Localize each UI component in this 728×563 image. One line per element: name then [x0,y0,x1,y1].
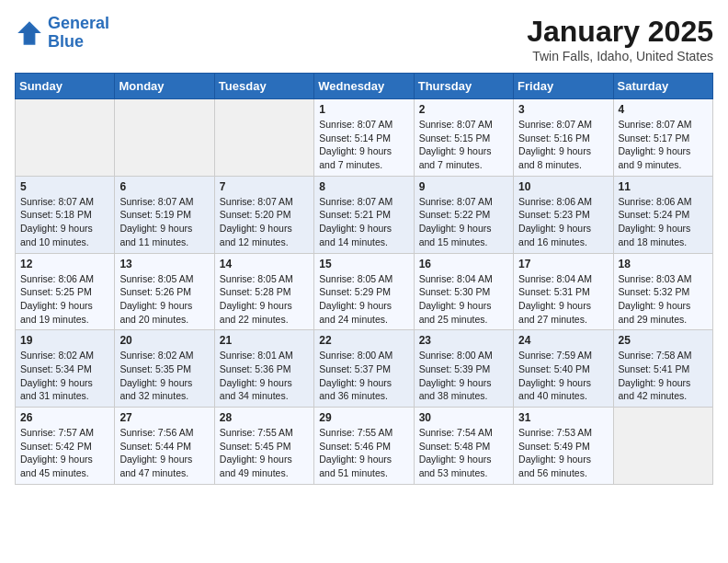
day-info: Sunrise: 8:07 AM Sunset: 5:14 PM Dayligh… [319,118,408,172]
calendar-cell: 4Sunrise: 8:07 AM Sunset: 5:17 PM Daylig… [613,99,712,177]
day-info: Sunrise: 7:55 AM Sunset: 5:46 PM Dayligh… [319,426,408,480]
day-info: Sunrise: 8:07 AM Sunset: 5:17 PM Dayligh… [619,118,708,172]
calendar-cell: 15Sunrise: 8:05 AM Sunset: 5:29 PM Dayli… [314,253,414,330]
calendar-cell: 26Sunrise: 7:57 AM Sunset: 5:42 PM Dayli… [16,408,115,485]
day-number: 12 [20,258,109,270]
day-info: Sunrise: 8:05 AM Sunset: 5:29 PM Dayligh… [319,272,408,327]
day-number: 30 [419,411,508,424]
calendar-week-row: 26Sunrise: 7:57 AM Sunset: 5:42 PM Dayli… [16,408,713,485]
weekday-header: Thursday [414,74,513,99]
day-number: 29 [319,411,408,424]
calendar-cell: 1Sunrise: 8:07 AM Sunset: 5:14 PM Daylig… [314,99,414,177]
day-number: 17 [518,258,608,270]
day-number: 26 [20,411,109,424]
day-number: 1 [319,103,408,116]
calendar-cell [214,99,313,177]
day-info: Sunrise: 7:57 AM Sunset: 5:42 PM Dayligh… [20,426,109,480]
calendar-cell: 18Sunrise: 8:03 AM Sunset: 5:32 PM Dayli… [613,253,712,330]
calendar-cell: 31Sunrise: 7:53 AM Sunset: 5:49 PM Dayli… [514,408,613,485]
day-number: 2 [419,103,508,116]
calendar-cell: 9Sunrise: 8:07 AM Sunset: 5:22 PM Daylig… [414,176,513,253]
day-number: 10 [518,180,608,193]
calendar-week-row: 1Sunrise: 8:07 AM Sunset: 5:14 PM Daylig… [16,99,713,177]
day-info: Sunrise: 8:07 AM Sunset: 5:21 PM Dayligh… [319,195,408,249]
calendar-cell: 16Sunrise: 8:04 AM Sunset: 5:30 PM Dayli… [414,253,513,330]
day-info: Sunrise: 8:07 AM Sunset: 5:15 PM Dayligh… [419,118,508,172]
day-number: 6 [119,180,209,193]
day-info: Sunrise: 8:06 AM Sunset: 5:25 PM Dayligh… [20,272,109,327]
calendar-cell: 29Sunrise: 7:55 AM Sunset: 5:46 PM Dayli… [314,408,414,485]
weekday-header: Friday [514,74,613,99]
weekday-header: Wednesday [314,74,414,99]
day-info: Sunrise: 8:06 AM Sunset: 5:24 PM Dayligh… [619,195,708,249]
weekday-header-row: SundayMondayTuesdayWednesdayThursdayFrid… [16,74,713,99]
calendar-title: January 2025 [527,15,713,49]
day-info: Sunrise: 8:02 AM Sunset: 5:35 PM Dayligh… [119,349,209,403]
calendar-cell: 27Sunrise: 7:56 AM Sunset: 5:44 PM Dayli… [115,408,214,485]
calendar-cell: 20Sunrise: 8:02 AM Sunset: 5:35 PM Dayli… [115,330,214,408]
day-info: Sunrise: 8:07 AM Sunset: 5:18 PM Dayligh… [20,195,109,249]
calendar-subtitle: Twin Falls, Idaho, United States [527,49,713,63]
day-number: 15 [319,258,408,270]
calendar-cell: 23Sunrise: 8:00 AM Sunset: 5:39 PM Dayli… [414,330,513,408]
page-header: General Blue January 2025 Twin Falls, Id… [15,15,713,63]
calendar-cell: 25Sunrise: 7:58 AM Sunset: 5:41 PM Dayli… [613,330,712,408]
day-number: 25 [619,334,708,347]
logo-text: General Blue [48,15,109,52]
calendar-cell: 30Sunrise: 7:54 AM Sunset: 5:48 PM Dayli… [414,408,513,485]
title-block: January 2025 Twin Falls, Idaho, United S… [527,15,713,63]
day-info: Sunrise: 8:00 AM Sunset: 5:39 PM Dayligh… [419,349,508,403]
day-number: 7 [220,180,309,193]
logo: General Blue [15,15,109,52]
calendar-cell: 21Sunrise: 8:01 AM Sunset: 5:36 PM Dayli… [214,330,313,408]
day-info: Sunrise: 8:04 AM Sunset: 5:31 PM Dayligh… [518,272,608,327]
calendar-cell: 8Sunrise: 8:07 AM Sunset: 5:21 PM Daylig… [314,176,414,253]
day-number: 16 [419,258,508,270]
calendar-cell [613,408,712,485]
day-number: 9 [419,180,508,193]
day-number: 28 [220,411,309,424]
day-info: Sunrise: 7:54 AM Sunset: 5:48 PM Dayligh… [419,426,508,480]
calendar-table: SundayMondayTuesdayWednesdayThursdayFrid… [15,73,713,485]
calendar-cell: 24Sunrise: 7:59 AM Sunset: 5:40 PM Dayli… [514,330,613,408]
calendar-cell: 13Sunrise: 8:05 AM Sunset: 5:26 PM Dayli… [115,253,214,330]
calendar-cell: 2Sunrise: 8:07 AM Sunset: 5:15 PM Daylig… [414,99,513,177]
day-number: 24 [518,334,608,347]
day-number: 3 [518,103,608,116]
day-info: Sunrise: 8:07 AM Sunset: 5:16 PM Dayligh… [518,118,608,172]
calendar-cell: 12Sunrise: 8:06 AM Sunset: 5:25 PM Dayli… [16,253,115,330]
calendar-week-row: 12Sunrise: 8:06 AM Sunset: 5:25 PM Dayli… [16,253,713,330]
weekday-header: Monday [115,74,214,99]
logo-line2: Blue [48,32,84,51]
calendar-cell: 28Sunrise: 7:55 AM Sunset: 5:45 PM Dayli… [214,408,313,485]
day-info: Sunrise: 8:07 AM Sunset: 5:19 PM Dayligh… [119,195,209,249]
day-info: Sunrise: 8:05 AM Sunset: 5:26 PM Dayligh… [119,272,209,327]
day-info: Sunrise: 8:00 AM Sunset: 5:37 PM Dayligh… [319,349,408,403]
day-number: 22 [319,334,408,347]
day-number: 11 [619,180,708,193]
calendar-cell: 6Sunrise: 8:07 AM Sunset: 5:19 PM Daylig… [115,176,214,253]
day-number: 20 [119,334,209,347]
day-number: 13 [119,258,209,270]
day-info: Sunrise: 7:55 AM Sunset: 5:45 PM Dayligh… [220,426,309,480]
calendar-cell: 11Sunrise: 8:06 AM Sunset: 5:24 PM Dayli… [613,176,712,253]
weekday-header: Saturday [613,74,712,99]
calendar-cell: 3Sunrise: 8:07 AM Sunset: 5:16 PM Daylig… [514,99,613,177]
logo-line1: General [48,14,109,32]
calendar-week-row: 5Sunrise: 8:07 AM Sunset: 5:18 PM Daylig… [16,176,713,253]
day-info: Sunrise: 8:05 AM Sunset: 5:28 PM Dayligh… [220,272,309,327]
day-info: Sunrise: 8:02 AM Sunset: 5:34 PM Dayligh… [20,349,109,403]
calendar-cell: 19Sunrise: 8:02 AM Sunset: 5:34 PM Dayli… [16,330,115,408]
calendar-cell [115,99,214,177]
day-info: Sunrise: 8:06 AM Sunset: 5:23 PM Dayligh… [518,195,608,249]
calendar-cell: 14Sunrise: 8:05 AM Sunset: 5:28 PM Dayli… [214,253,313,330]
day-number: 19 [20,334,109,347]
day-info: Sunrise: 8:07 AM Sunset: 5:20 PM Dayligh… [220,195,309,249]
day-info: Sunrise: 8:04 AM Sunset: 5:30 PM Dayligh… [419,272,508,327]
day-info: Sunrise: 7:53 AM Sunset: 5:49 PM Dayligh… [518,426,608,480]
day-info: Sunrise: 8:07 AM Sunset: 5:22 PM Dayligh… [419,195,508,249]
calendar-cell: 7Sunrise: 8:07 AM Sunset: 5:20 PM Daylig… [214,176,313,253]
day-number: 31 [518,411,608,424]
calendar-cell: 5Sunrise: 8:07 AM Sunset: 5:18 PM Daylig… [16,176,115,253]
day-info: Sunrise: 7:58 AM Sunset: 5:41 PM Dayligh… [619,349,708,403]
